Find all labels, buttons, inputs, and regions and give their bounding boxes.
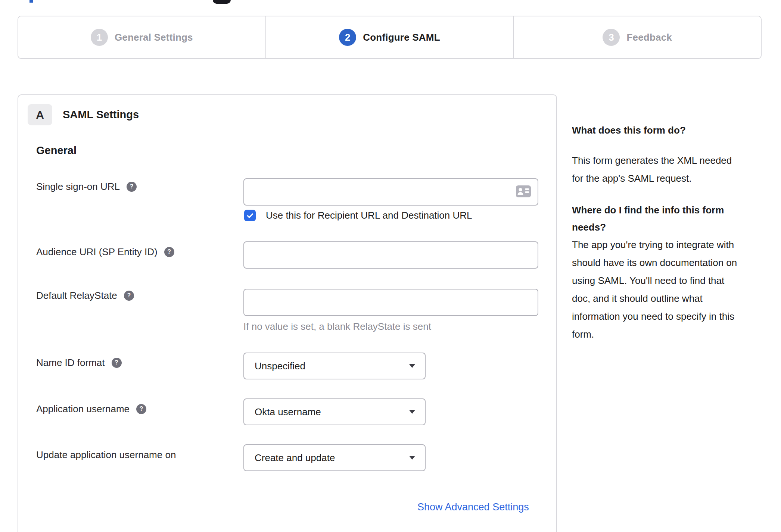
sso-url-label-row: Single sign-on URL ?: [36, 180, 137, 193]
question-mark-glyph: ?: [167, 245, 171, 258]
field-label: Default RelayState: [36, 289, 117, 302]
clipped-title-fragment-dark: [213, 0, 231, 4]
section-header: A SAML Settings: [28, 104, 139, 125]
audience-uri-input[interactable]: [243, 241, 538, 269]
help-icon[interactable]: ?: [112, 358, 122, 368]
step-number-badge: 3: [603, 29, 620, 46]
help-icon[interactable]: ?: [164, 247, 174, 257]
help-heading-what: What does this form do?: [572, 122, 759, 139]
relaystate-helper-text: If no value is set, a blank RelayState i…: [243, 321, 431, 332]
help-icon[interactable]: ?: [124, 291, 134, 301]
default-relaystate-label-row: Default RelayState ?: [36, 289, 134, 302]
step-label: General Settings: [115, 32, 193, 43]
audience-uri-label-row: Audience URI (SP Entity ID) ?: [36, 245, 174, 258]
contact-card-icon[interactable]: [516, 185, 531, 199]
select-value: Create and update: [255, 452, 409, 464]
wizard-stepper: 1 General Settings 2 Configure SAML 3 Fe…: [18, 16, 762, 59]
question-mark-glyph: ?: [115, 356, 118, 369]
recipient-url-checkbox[interactable]: [244, 210, 256, 221]
name-id-format-label-row: Name ID format ?: [36, 356, 122, 369]
question-mark-glyph: ?: [127, 289, 131, 302]
section-badge: A: [28, 104, 52, 125]
chevron-down-icon: [409, 410, 415, 414]
clipped-title-fragment-blue: [29, 0, 33, 3]
help-sidebar: What does this form do? This form genera…: [572, 122, 759, 357]
section-title: SAML Settings: [63, 109, 139, 121]
step-general-settings[interactable]: 1 General Settings: [18, 16, 265, 58]
application-username-select[interactable]: Okta username: [243, 398, 426, 425]
field-label: Single sign-on URL: [36, 180, 120, 193]
update-app-username-select[interactable]: Create and update: [243, 444, 426, 471]
show-advanced-settings-link[interactable]: Show Advanced Settings: [417, 501, 529, 513]
field-label: Application username: [36, 403, 130, 415]
default-relaystate-input[interactable]: [243, 289, 538, 316]
help-paragraph-what: This form generates the XML needed for t…: [572, 151, 759, 187]
chevron-down-icon: [409, 364, 415, 368]
question-mark-glyph: ?: [140, 403, 143, 415]
saml-settings-panel: A SAML Settings General Single sign-on U…: [18, 94, 557, 532]
field-label: Audience URI (SP Entity ID): [36, 245, 158, 258]
sso-url-input[interactable]: [243, 178, 538, 206]
chevron-down-icon: [409, 456, 415, 460]
configure-saml-screen: 1 General Settings 2 Configure SAML 3 Fe…: [0, 0, 781, 532]
question-mark-glyph: ?: [130, 180, 134, 193]
update-app-username-label-row: Update application username on: [36, 448, 176, 461]
checkmark-icon: [246, 212, 254, 220]
help-icon[interactable]: ?: [127, 182, 137, 192]
step-label: Feedback: [626, 32, 672, 43]
step-number-badge: 1: [91, 29, 108, 46]
subsection-title: General: [36, 144, 77, 157]
select-value: Okta username: [255, 406, 409, 418]
checkbox-label: Use this for Recipient URL and Destinati…: [266, 210, 472, 221]
recipient-url-checkbox-row: Use this for Recipient URL and Destinati…: [244, 210, 472, 221]
field-label: Update application username on: [36, 448, 176, 461]
help-icon[interactable]: ?: [136, 404, 146, 414]
step-configure-saml[interactable]: 2 Configure SAML: [265, 16, 513, 58]
step-number-badge: 2: [339, 29, 356, 46]
field-label: Name ID format: [36, 356, 105, 369]
step-feedback[interactable]: 3 Feedback: [513, 16, 761, 58]
help-paragraph-where: The app you're trying to integrate with …: [572, 236, 759, 343]
name-id-format-select[interactable]: Unspecified: [243, 353, 426, 379]
step-label: Configure SAML: [363, 32, 440, 43]
application-username-label-row: Application username ?: [36, 403, 146, 415]
help-heading-where: Where do I find the info this form needs…: [572, 201, 759, 236]
select-value: Unspecified: [255, 360, 409, 372]
